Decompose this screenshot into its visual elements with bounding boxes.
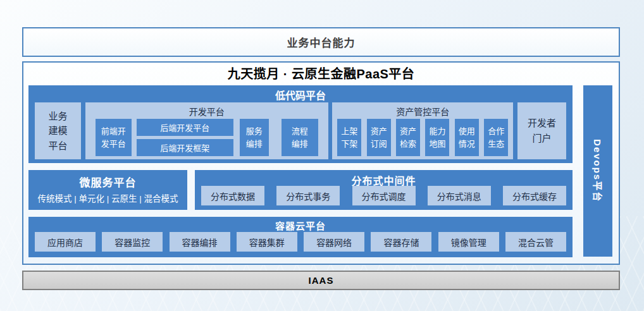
distributed-middleware-title: 分布式中间件 bbox=[195, 170, 573, 188]
asset-search-box: 资产 检索 bbox=[396, 119, 420, 156]
distributed-data-box: 分布式数据 bbox=[201, 186, 264, 205]
frontend-dev-platform-box: 前端开 发平台 bbox=[96, 119, 132, 156]
distributed-middleware-section: 分布式中间件 分布式数据 分布式事务 分布式调度 分布式消息 分布式缓存 bbox=[195, 170, 573, 210]
image-management-box: 镜像管理 bbox=[438, 232, 499, 252]
microservice-title: 微服务平台 bbox=[28, 170, 187, 190]
hybrid-cloud-management-box: 混合云管 bbox=[505, 232, 566, 252]
low-code-section: 低代码平台 业务 建模 平台 开发平台 前端开 发平台 后端开发平台 后端开发框… bbox=[28, 85, 573, 163]
distributed-transaction-box: 分布式事务 bbox=[276, 186, 340, 205]
business-midplatform-box: 业务中台能力 bbox=[22, 27, 620, 57]
distributed-scheduling-box: 分布式调度 bbox=[352, 186, 416, 205]
developer-portal-box: 开发者 门户 bbox=[517, 102, 566, 159]
microservice-modes: 传统模式 | 单元化 | 云原生 | 混合模式 bbox=[28, 192, 187, 204]
asset-control-title: 资产管控平台 bbox=[332, 102, 513, 118]
business-midplatform-label: 业务中台能力 bbox=[287, 34, 356, 50]
iaas-box: IAAS bbox=[22, 271, 620, 290]
container-cloud-section: 容器云平台 应用商店 容器监控 容器编排 容器集群 容器网络 容器存储 镜像管理… bbox=[28, 217, 573, 257]
app-store-box: 应用商店 bbox=[35, 232, 96, 252]
dev-platform-panel: 开发平台 前端开 发平台 后端开发平台 后端开发框架 服务 编排 流程 编排 bbox=[85, 102, 328, 159]
usage-status-box: 使用 情况 bbox=[455, 119, 479, 156]
asset-control-row: 上架 下架 资产 订阅 资产 检索 能力 地图 使用 情况 合作 生态 bbox=[337, 119, 508, 156]
devops-label: Devops平台 bbox=[591, 139, 605, 202]
asset-control-panel: 资产管控平台 上架 下架 资产 订阅 资产 检索 能力 地图 使用 情况 合作 … bbox=[332, 102, 513, 159]
backend-stack: 后端开发平台 后端开发框架 bbox=[137, 119, 233, 156]
container-orchestration-box: 容器编排 bbox=[170, 232, 230, 252]
devops-section: Devops平台 bbox=[583, 85, 612, 257]
asset-subscription-box: 资产 订阅 bbox=[367, 119, 391, 156]
container-monitoring-box: 容器监控 bbox=[102, 232, 163, 252]
container-network-box: 容器网络 bbox=[304, 232, 364, 252]
iaas-label: IAAS bbox=[309, 275, 334, 286]
distributed-message-box: 分布式消息 bbox=[428, 186, 491, 205]
backend-dev-platform-box: 后端开发平台 bbox=[137, 119, 233, 136]
service-orchestration-box: 服务 编排 bbox=[240, 119, 269, 156]
capability-map-box: 能力 地图 bbox=[425, 119, 449, 156]
paas-platform-box: 九天揽月 · 云原生金融PaaS平台 低代码平台 业务 建模 平台 开发平台 前… bbox=[22, 61, 620, 265]
microservice-section: 微服务平台 传统模式 | 单元化 | 云原生 | 混合模式 bbox=[28, 170, 187, 210]
container-cloud-title: 容器云平台 bbox=[28, 217, 573, 232]
paas-platform-title: 九天揽月 · 云原生金融PaaS平台 bbox=[23, 64, 619, 82]
architecture-diagram: 业务中台能力 九天揽月 · 云原生金融PaaS平台 低代码平台 业务 建模 平台… bbox=[0, 0, 644, 311]
container-storage-box: 容器存储 bbox=[371, 232, 431, 252]
low-code-row: 业务 建模 平台 开发平台 前端开 发平台 后端开发平台 后端开发框架 服务 编… bbox=[35, 102, 566, 159]
asset-onoff-shelf-box: 上架 下架 bbox=[337, 119, 361, 156]
container-cluster-box: 容器集群 bbox=[237, 232, 297, 252]
dev-platform-row: 前端开 发平台 后端开发平台 后端开发框架 服务 编排 流程 编排 bbox=[85, 119, 328, 156]
container-cloud-row: 应用商店 容器监控 容器编排 容器集群 容器网络 容器存储 镜像管理 混合云管 bbox=[35, 232, 566, 252]
business-modeling-box: 业务 建模 平台 bbox=[35, 102, 81, 159]
distributed-middleware-row: 分布式数据 分布式事务 分布式调度 分布式消息 分布式缓存 bbox=[201, 186, 566, 205]
dev-platform-title: 开发平台 bbox=[85, 102, 328, 118]
cooperation-ecosystem-box: 合作 生态 bbox=[484, 119, 508, 156]
process-orchestration-box: 流程 编排 bbox=[282, 119, 318, 156]
low-code-title: 低代码平台 bbox=[28, 85, 573, 102]
distributed-cache-box: 分布式缓存 bbox=[503, 186, 566, 205]
backend-dev-framework-box: 后端开发框架 bbox=[137, 139, 233, 156]
